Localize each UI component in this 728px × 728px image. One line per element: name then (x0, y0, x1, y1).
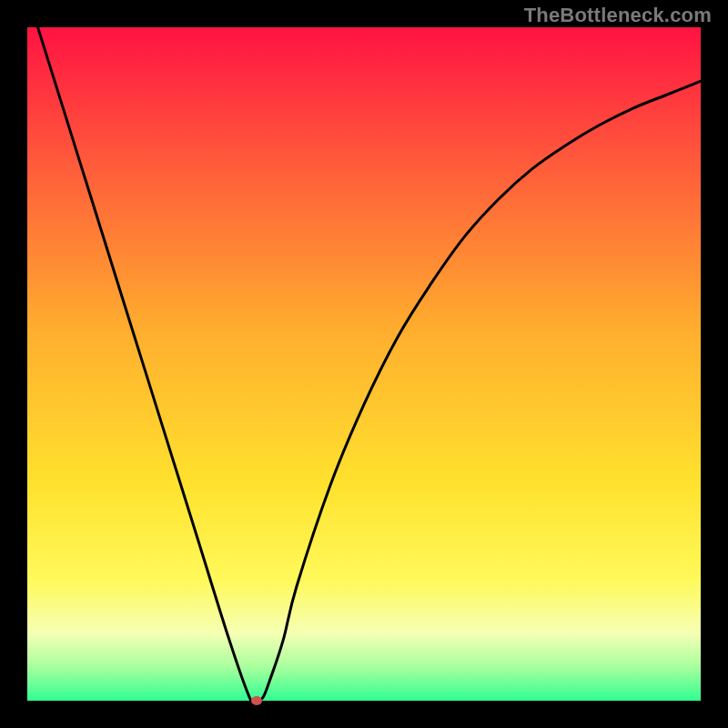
watermark-text: TheBottleneck.com (524, 4, 712, 27)
heat-background (27, 27, 701, 701)
chart-plot (27, 27, 701, 701)
chart-frame: TheBottleneck.com (0, 0, 728, 728)
current-point-marker (251, 696, 262, 705)
